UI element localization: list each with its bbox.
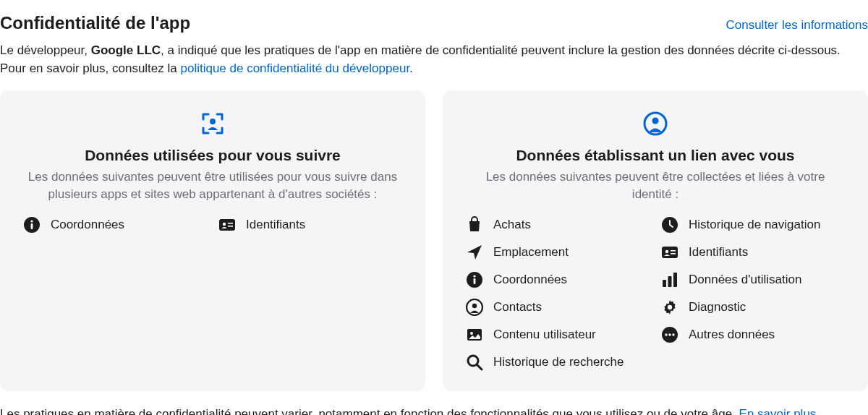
card-tracking-items: Coordonnées Identifiants <box>23 216 402 234</box>
section-title: Confidentialité de l'app <box>0 13 190 33</box>
data-item-label: Diagnostic <box>689 300 746 315</box>
data-item-historique-recherche: Historique de recherche <box>466 354 650 371</box>
data-item-coordonnees: Coordonnées <box>23 216 207 234</box>
privacy-policy-link[interactable]: politique de confidentialité du développ… <box>180 61 409 75</box>
data-item-label: Autres données <box>689 328 775 342</box>
svg-point-25 <box>470 332 473 335</box>
svg-point-28 <box>668 333 671 335</box>
privacy-cards: Données utilisées pour vous suivre Les d… <box>0 90 868 391</box>
data-item-label: Achats <box>493 218 531 232</box>
info-icon <box>466 271 483 288</box>
card-linked-items: Achats Historique de navigation Emplacem… <box>466 216 845 371</box>
card-tracking: Données utilisées pour vous suivre Les d… <box>0 90 425 391</box>
data-item-label: Coordonnées <box>51 218 124 232</box>
svg-line-31 <box>477 364 482 369</box>
svg-point-16 <box>473 275 475 277</box>
data-item-label: Emplacement <box>493 245 569 260</box>
svg-rect-11 <box>662 247 678 258</box>
image-icon <box>466 326 483 343</box>
data-item-coordonnees: Coordonnées <box>466 271 650 288</box>
svg-rect-13 <box>671 250 676 252</box>
svg-point-27 <box>665 333 667 335</box>
svg-rect-20 <box>673 273 677 287</box>
tracking-icon <box>23 111 402 137</box>
data-item-donnees-utilisation: Données d'utilisation <box>661 271 845 288</box>
location-icon <box>466 244 483 261</box>
data-item-historique-nav: Historique de navigation <box>661 216 845 234</box>
data-item-contacts: Contacts <box>466 299 650 316</box>
data-item-identifiants: Identifiants <box>218 216 402 234</box>
info-icon <box>23 216 41 234</box>
data-item-contenu-utilisateur: Contenu utilisateur <box>466 326 650 343</box>
svg-point-5 <box>223 223 226 226</box>
svg-rect-3 <box>31 223 33 229</box>
footer-note: Les pratiques en matière de confidential… <box>0 391 868 415</box>
data-item-label: Identifiants <box>689 245 748 260</box>
svg-point-23 <box>668 305 672 309</box>
svg-rect-7 <box>228 226 233 227</box>
card-linked: Données établissant un lien avec vous Le… <box>443 90 868 391</box>
clock-icon <box>661 216 678 234</box>
intro-suffix: . <box>409 61 413 75</box>
data-item-label: Historique de recherche <box>493 355 624 369</box>
data-item-diagnostic: Diagnostic <box>661 299 845 316</box>
search-icon <box>466 354 483 371</box>
data-item-label: Identifiants <box>246 218 305 232</box>
data-item-label: Historique de navigation <box>689 218 820 232</box>
gear-icon <box>661 299 678 316</box>
ellipsis-icon <box>661 326 678 343</box>
card-linked-title: Données établissant un lien avec vous <box>466 147 845 164</box>
bag-icon <box>466 216 483 234</box>
id-card-icon <box>218 216 236 234</box>
svg-point-29 <box>672 333 674 335</box>
svg-rect-19 <box>668 276 672 287</box>
data-item-autres: Autres données <box>661 326 845 343</box>
card-linked-desc: Les données suivantes peuvent être colle… <box>466 168 845 203</box>
id-card-icon <box>661 244 678 261</box>
learn-more-link[interactable]: En savoir plus <box>739 407 817 415</box>
details-link[interactable]: Consulter les informations <box>726 18 868 33</box>
contacts-icon <box>466 299 483 316</box>
svg-point-0 <box>210 119 216 124</box>
developer-name: Google LLC <box>91 43 161 57</box>
svg-rect-4 <box>219 219 235 231</box>
data-item-achats: Achats <box>466 216 650 234</box>
data-item-label: Coordonnées <box>493 273 567 287</box>
svg-rect-17 <box>474 278 476 284</box>
linked-icon <box>466 111 845 137</box>
data-item-label: Contacts <box>493 300 542 315</box>
svg-point-2 <box>30 220 33 222</box>
bars-icon <box>661 271 678 288</box>
svg-point-9 <box>652 118 659 124</box>
svg-rect-6 <box>228 223 233 224</box>
svg-point-12 <box>665 250 668 253</box>
data-item-identifiants: Identifiants <box>661 244 845 261</box>
card-tracking-desc: Les données suivantes peuvent être utili… <box>23 168 402 203</box>
data-item-label: Contenu utilisateur <box>493 328 596 342</box>
intro-text: Le développeur, Google LLC, a indiqué qu… <box>0 39 868 90</box>
data-item-emplacement: Emplacement <box>466 244 650 261</box>
svg-point-22 <box>472 304 477 308</box>
footer-text: Les pratiques en matière de confidential… <box>0 407 739 415</box>
card-tracking-title: Données utilisées pour vous suivre <box>23 147 402 164</box>
data-item-label: Données d'utilisation <box>689 273 801 287</box>
svg-rect-18 <box>663 280 666 287</box>
svg-rect-14 <box>671 253 676 254</box>
intro-prefix: Le développeur, <box>0 43 91 57</box>
